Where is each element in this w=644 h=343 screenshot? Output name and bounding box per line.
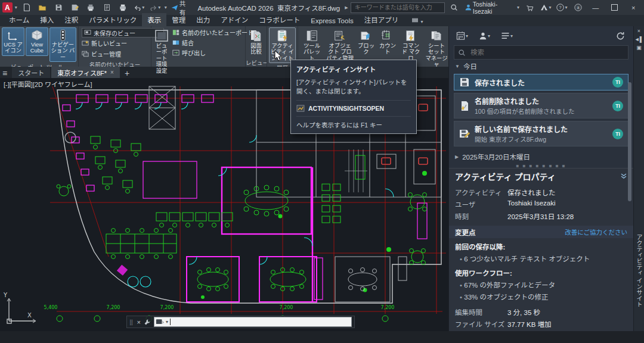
palette-properties-icon[interactable]: ▣ <box>636 45 642 53</box>
command-line-drag-handle[interactable]: ⣿ <box>129 319 134 325</box>
palette-scrollbar[interactable] <box>628 82 631 201</box>
user-avatar[interactable]: TI <box>612 129 623 139</box>
tab-insert[interactable]: 挿入 <box>35 13 59 26</box>
command-input[interactable]: ▾ <box>154 317 352 327</box>
command-line-wrench-icon[interactable] <box>144 319 151 326</box>
search-icon[interactable] <box>447 2 461 13</box>
properties-palette-button[interactable]: オブジェクト プロパティ管理 <box>325 27 355 63</box>
save-as-icon[interactable] <box>68 2 82 13</box>
save-icon[interactable] <box>52 2 66 13</box>
restore-button[interactable] <box>606 2 623 14</box>
command-macros-icon <box>404 29 417 42</box>
ucs-icon-toggle-button[interactable]: UCS アイコン <box>2 27 24 56</box>
drawing-compare-button[interactable]: 図面比較 <box>247 27 265 57</box>
tab-output[interactable]: 出力 <box>191 13 215 26</box>
named-viewports-button[interactable]: 名前の付いたビューポート <box>172 27 253 38</box>
navigation-bar-toggle-button[interactable]: ナビゲーション バー <box>49 27 76 62</box>
command-macros-button[interactable]: コマンド マクロ <box>399 27 423 63</box>
help-caret-icon: ▾ <box>565 5 567 10</box>
undo-caret-icon[interactable]: ▾ <box>142 5 144 10</box>
file-tab-menu-icon[interactable]: ≡ <box>2 68 7 78</box>
tool-palettes-button[interactable]: ツール パレット <box>300 27 324 63</box>
file-tab-document[interactable]: 東京オフィス8F*× <box>51 67 120 78</box>
activity-item-saved[interactable]: 保存されました TI <box>454 74 628 91</box>
tab-addins[interactable]: アドイン <box>215 13 253 26</box>
group-date[interactable]: ▶ 2025年3月20日木曜日 <box>449 150 633 163</box>
file-tab-close-icon[interactable]: × <box>110 69 114 76</box>
autocad-logo[interactable]: A <box>2 2 13 13</box>
new-drawing-tab-button[interactable]: + <box>125 68 129 78</box>
plot-icon[interactable] <box>84 2 98 13</box>
new-view-button[interactable]: 新しいビュー <box>82 38 148 48</box>
tab-home[interactable]: ホーム <box>4 13 35 26</box>
viewport-config-button[interactable]: ビューポート環境設定 <box>153 27 170 76</box>
file-size-value: 37.77 KB 増加 <box>507 319 552 329</box>
user-filter-button[interactable]: ▾ <box>478 30 491 42</box>
blocks-palette-button[interactable]: ブロック <box>356 27 376 57</box>
share-button[interactable]: 共有 <box>169 2 193 13</box>
close-button[interactable]: × <box>625 2 642 14</box>
command-prompt-icon[interactable] <box>156 319 164 325</box>
assistant-icon[interactable]: a <box>571 2 585 13</box>
activity-item-purged[interactable]: 名前削除されました 100 個の項目が名前削除されました TI <box>454 93 628 119</box>
since-item: 6 つ少ないマルチ テキスト オブジェクト <box>449 252 633 264</box>
user-avatar[interactable]: TI <box>612 77 623 88</box>
viewcube-toggle-button[interactable]: View Cube <box>26 27 48 56</box>
help-search-box[interactable] <box>351 2 445 13</box>
tab-manage[interactable]: 管理 <box>166 13 191 26</box>
viewport-controls-label[interactable]: [-][平面図][2D ワイヤフレーム] <box>4 79 92 89</box>
collapse-chevrons-icon[interactable] <box>620 173 627 180</box>
publish-icon[interactable] <box>100 2 114 13</box>
command-line-close-icon[interactable]: × <box>137 319 141 326</box>
command-dropdown-caret-icon[interactable]: ▾ <box>166 319 168 325</box>
list-options-button[interactable]: ▾ <box>500 30 514 42</box>
help-button[interactable]: ?▾ <box>555 2 569 13</box>
user-avatar[interactable]: TI <box>612 101 623 111</box>
join-viewports-button[interactable]: 結合 <box>172 38 253 48</box>
date-filter-button[interactable]: ▾ <box>455 30 469 42</box>
tab-view[interactable]: 表示 <box>142 13 166 26</box>
tab-featured-apps[interactable]: 注目アプリ <box>359 13 404 26</box>
sheet-set-manager-button[interactable]: シート セット マネージャ <box>424 27 449 70</box>
help-search-input[interactable] <box>354 4 442 11</box>
activity-search-box[interactable] <box>454 45 628 60</box>
file-tab-start[interactable]: スタート <box>12 67 50 78</box>
activity-item-saved-as[interactable]: 新しい名前で保存されました 開始 東京オフィス8F.dwg TI <box>454 121 628 146</box>
new-file-icon[interactable] <box>20 2 33 13</box>
tab-annotate[interactable]: 注釈 <box>59 13 83 26</box>
tab-collaborate[interactable]: コラボレート <box>253 13 305 26</box>
ucs-axis-icon <box>7 29 20 41</box>
refresh-button[interactable] <box>614 30 627 42</box>
app-store-icon[interactable] <box>523 2 537 13</box>
activity-search-input[interactable] <box>469 48 624 57</box>
tooltip-body: [アクティビティ インサイト]パレットを開く、または閉じます。 <box>296 77 411 95</box>
feedback-link[interactable]: 改善にご協力ください <box>565 227 627 236</box>
palette-vertical-title[interactable]: アクティビティ インサイト <box>634 234 643 307</box>
panel-model-viewports: ビューポート環境設定 名前の付いたビューポート 結合 呼び出し <box>151 26 246 67</box>
command-line-bar[interactable]: ⣿ × ▾ <box>126 316 355 328</box>
qat-customize-icon[interactable]: ▾ <box>165 5 167 10</box>
tab-express-tools[interactable]: Express Tools <box>305 15 358 26</box>
time-label: 時刻 <box>455 211 507 221</box>
auto-hide-icon[interactable]: ◄▌ <box>634 36 643 45</box>
ucs-icon-widget <box>7 298 36 323</box>
undo-button[interactable]: ▾ <box>132 2 146 13</box>
ucs-x-label: X <box>27 312 32 319</box>
splitter-handle[interactable]: ■ ■ ■ ■ ■ ■ ■ ■ <box>449 163 633 168</box>
print-icon[interactable] <box>116 2 130 13</box>
tab-parametric[interactable]: パラメトリック <box>83 13 142 26</box>
redo-caret-icon[interactable]: ▾ <box>158 5 160 10</box>
app-menu-caret-icon[interactable]: ▾ <box>15 5 17 10</box>
restore-viewports-button[interactable]: 呼び出し <box>172 48 253 58</box>
date-filter-caret-icon: ▾ <box>466 33 468 39</box>
autodesk-menu-button[interactable]: ▾ <box>539 2 553 13</box>
palette-close-icon[interactable]: × <box>637 28 640 36</box>
redo-button[interactable]: ▾ <box>148 2 162 13</box>
view-manager-button[interactable]: ビュー管理 <box>82 49 148 59</box>
ribbon-display-toggle[interactable]: ▾ <box>406 15 428 26</box>
count-palette-button[interactable]: カウント <box>377 27 398 57</box>
group-today[interactable]: ▼ 今日 <box>449 60 633 73</box>
account-button[interactable]: Toshiaki-Isezaki▾ <box>463 2 521 13</box>
open-folder-icon[interactable] <box>36 2 49 13</box>
minimize-button[interactable]: — <box>587 2 604 14</box>
